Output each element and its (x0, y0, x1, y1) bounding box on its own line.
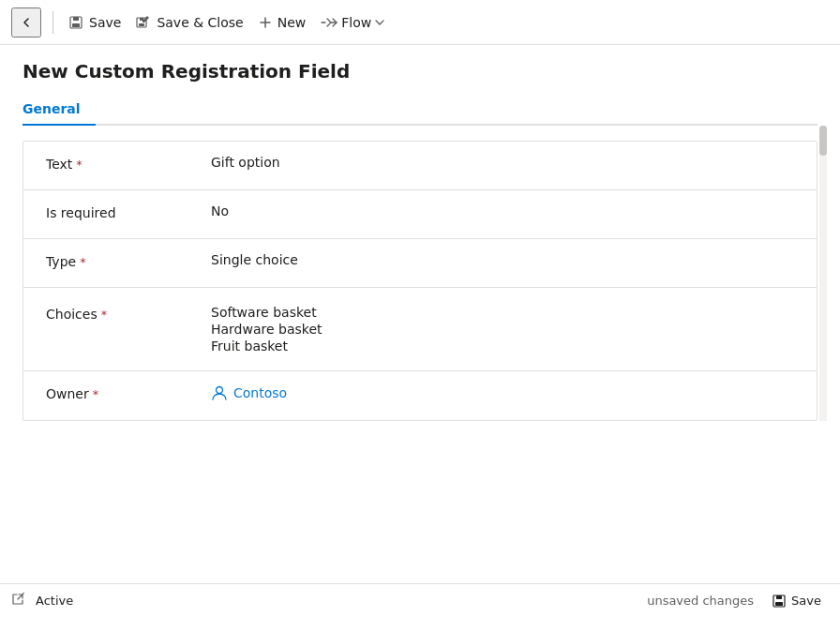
choice-item-3[interactable]: Fruit basket (211, 339, 794, 354)
flow-button[interactable]: Flow (313, 11, 392, 34)
status-save-icon (772, 594, 786, 608)
form-row-choices: Choices* Software basket Hardware basket… (23, 288, 817, 371)
form-row-is-required: Is required No (23, 190, 817, 239)
active-badge: Active (36, 594, 73, 608)
status-save-label: Save (791, 594, 821, 608)
form-panel-wrapper: Text* Gift option Is required No Type* S… (22, 126, 818, 421)
tabs: General (22, 94, 818, 126)
form-panel: Text* Gift option Is required No Type* S… (22, 141, 818, 421)
status-right: unsaved changes Save (647, 590, 829, 611)
label-choices: Choices* (46, 305, 196, 322)
label-type: Type* (46, 252, 196, 269)
choice-item-2[interactable]: Hardware basket (211, 322, 794, 337)
scrollbar-thumb[interactable] (819, 126, 827, 156)
form-row-type: Type* Single choice (23, 239, 817, 288)
svg-rect-5 (139, 23, 144, 26)
new-label: New (278, 15, 307, 30)
toolbar: Save Save & Close New Flow (0, 0, 840, 45)
svg-rect-1 (73, 17, 79, 21)
choices-list: Software basket Hardware basket Fruit ba… (211, 305, 794, 354)
value-owner[interactable]: Contoso (196, 384, 794, 401)
status-bar: Active unsaved changes Save (0, 583, 840, 617)
page-title: New Custom Registration Field (22, 60, 818, 83)
value-text[interactable]: Gift option (196, 155, 794, 170)
unsaved-changes-text: unsaved changes (647, 594, 754, 608)
owner-name: Contoso (233, 385, 287, 400)
svg-rect-9 (775, 602, 783, 606)
value-type[interactable]: Single choice (196, 252, 794, 267)
save-close-icon (136, 15, 151, 30)
save-button[interactable]: Save (61, 11, 128, 34)
svg-rect-8 (776, 595, 782, 599)
label-is-required: Is required (46, 203, 196, 220)
form-row-text: Text* Gift option (23, 142, 817, 190)
person-icon (211, 384, 228, 401)
external-link-icon[interactable] (11, 592, 24, 609)
flow-label: Flow (341, 15, 371, 30)
required-star-owner: * (93, 387, 99, 401)
svg-rect-4 (140, 18, 143, 21)
choice-item-1[interactable]: Software basket (211, 305, 794, 320)
save-label: Save (89, 15, 121, 30)
required-star-choices: * (101, 308, 108, 322)
save-close-button[interactable]: Save & Close (128, 11, 250, 34)
status-left: Active (11, 592, 73, 609)
save-close-label: Save & Close (157, 15, 243, 30)
toolbar-divider (52, 11, 53, 34)
flow-icon (321, 16, 338, 29)
tab-general[interactable]: General (22, 94, 96, 126)
value-is-required[interactable]: No (196, 203, 794, 218)
label-owner: Owner* (46, 384, 196, 401)
form-row-owner: Owner* Contoso (23, 371, 817, 420)
save-icon (68, 15, 83, 30)
back-icon (19, 15, 34, 30)
svg-point-6 (217, 387, 223, 394)
required-star-text: * (76, 158, 82, 172)
new-icon (259, 16, 272, 29)
back-button[interactable] (11, 8, 41, 38)
required-star-type: * (80, 255, 86, 269)
status-save-button[interactable]: Save (765, 590, 829, 611)
svg-rect-2 (72, 23, 80, 27)
label-text: Text* (46, 155, 196, 172)
flow-chevron-icon (375, 20, 384, 25)
main-content: New Custom Registration Field General Te… (0, 45, 840, 583)
value-choices: Software basket Hardware basket Fruit ba… (196, 305, 794, 354)
new-button[interactable]: New (251, 11, 314, 34)
scrollbar-track (819, 126, 827, 421)
